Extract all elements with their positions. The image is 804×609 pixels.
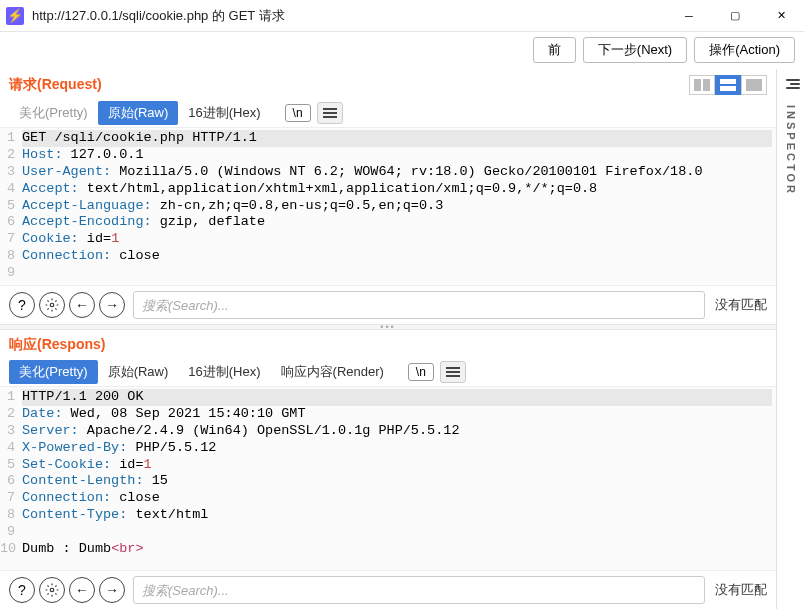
svg-rect-0 — [694, 79, 701, 91]
help-icon[interactable]: ? — [9, 292, 35, 318]
svg-rect-4 — [746, 79, 762, 91]
svg-point-8 — [50, 303, 54, 307]
svg-rect-11 — [446, 375, 460, 377]
action-button[interactable]: 操作(Action) — [694, 37, 795, 63]
tab-request-linebreak[interactable]: \n — [285, 104, 311, 122]
request-search-input[interactable] — [133, 291, 705, 319]
response-gutter: 12345678910 — [0, 387, 18, 570]
window-title: http://127.0.0.1/sqli/cookie.php 的 GET 请… — [32, 7, 666, 25]
prev-match-icon[interactable]: ← — [69, 292, 95, 318]
response-body[interactable]: HTTP/1.1 200 OKDate: Wed, 08 Sep 2021 15… — [18, 387, 776, 570]
inspector-toggle-icon[interactable] — [782, 77, 800, 91]
tab-response-render[interactable]: 响应内容(Render) — [271, 360, 394, 384]
tab-request-raw[interactable]: 原始(Raw) — [98, 101, 179, 125]
help-icon[interactable]: ? — [9, 577, 35, 603]
next-match-icon[interactable]: → — [99, 577, 125, 603]
svg-rect-2 — [720, 79, 736, 84]
response-title: 响应(Respons) — [9, 336, 105, 354]
tab-response-pretty[interactable]: 美化(Pretty) — [9, 360, 98, 384]
svg-rect-1 — [703, 79, 710, 91]
maximize-button[interactable]: ▢ — [712, 0, 758, 32]
tab-request-pretty[interactable]: 美化(Pretty) — [9, 101, 98, 125]
tab-response-hex[interactable]: 16进制(Hex) — [178, 360, 270, 384]
response-search-input[interactable] — [133, 576, 705, 604]
layout-single-icon[interactable] — [741, 75, 767, 95]
tab-request-hex[interactable]: 16进制(Hex) — [178, 101, 270, 125]
layout-stacked-icon[interactable] — [715, 75, 741, 95]
layout-columns-icon[interactable] — [689, 75, 715, 95]
svg-point-12 — [50, 588, 54, 592]
next-match-icon[interactable]: → — [99, 292, 125, 318]
back-button[interactable]: 前 — [533, 37, 576, 63]
response-menu-icon[interactable] — [440, 361, 466, 383]
svg-rect-10 — [446, 371, 460, 373]
close-button[interactable]: ✕ — [758, 0, 804, 32]
svg-rect-9 — [446, 367, 460, 369]
tab-response-raw[interactable]: 原始(Raw) — [98, 360, 179, 384]
svg-rect-5 — [323, 108, 337, 110]
svg-rect-3 — [720, 86, 736, 91]
prev-match-icon[interactable]: ← — [69, 577, 95, 603]
inspector-label[interactable]: INSPECTOR — [785, 105, 797, 196]
tab-response-linebreak[interactable]: \n — [408, 363, 434, 381]
svg-rect-7 — [323, 116, 337, 118]
request-menu-icon[interactable] — [317, 102, 343, 124]
gear-icon[interactable] — [39, 577, 65, 603]
request-no-match: 没有匹配 — [715, 296, 767, 314]
request-gutter: 123456789 — [0, 128, 18, 285]
app-icon: ⚡ — [6, 7, 24, 25]
request-title: 请求(Request) — [9, 76, 102, 94]
minimize-button[interactable]: ─ — [666, 0, 712, 32]
response-no-match: 没有匹配 — [715, 581, 767, 599]
next-button[interactable]: 下一步(Next) — [583, 37, 687, 63]
request-body[interactable]: GET /sqli/cookie.php HTTP/1.1Host: 127.0… — [18, 128, 776, 285]
gear-icon[interactable] — [39, 292, 65, 318]
svg-rect-6 — [323, 112, 337, 114]
